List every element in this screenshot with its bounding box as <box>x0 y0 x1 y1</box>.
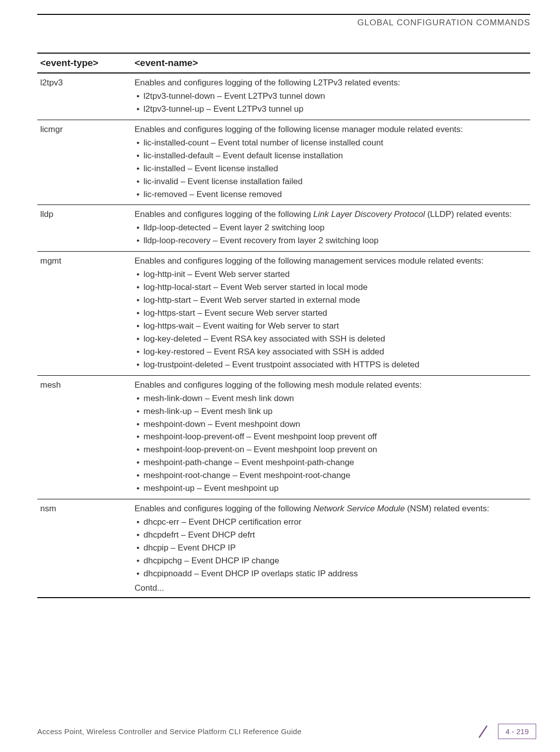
table-row: licmgrEnables and configures logging of … <box>37 120 530 205</box>
list-item: log-http-init – Event Web server started <box>137 269 527 280</box>
event-intro: Enables and configures logging of the fo… <box>135 77 527 89</box>
event-intro: Enables and configures logging of the fo… <box>135 256 527 267</box>
event-name-cell: Enables and configures logging of the fo… <box>132 375 530 499</box>
list-item: mesh-link-up – Event mesh link up <box>137 406 527 417</box>
list-item: meshpoint-root-change – Event meshpoint-… <box>137 470 527 481</box>
event-type-cell: mesh <box>37 375 132 499</box>
page-footer: Access Point, Wireless Controller and Se… <box>0 724 560 739</box>
list-item: log-http-local-start – Event Web server … <box>137 282 527 293</box>
event-list: dhcpc-err – Event DHCP certification err… <box>135 517 527 580</box>
contd-text: Contd... <box>135 583 527 594</box>
list-item: lldp-loop-recovery – Event recovery from… <box>137 235 527 247</box>
col-header-event-name: <event-name> <box>132 53 530 73</box>
list-item: lic-removed – Event license removed <box>137 189 527 201</box>
list-item: meshpoint-down – Event meshpoint down <box>137 419 527 430</box>
list-item: log-http-start – Event Web server starte… <box>137 295 527 306</box>
event-table: <event-type> <event-name> l2tpv3Enables … <box>37 53 530 598</box>
event-list: lldp-loop-detected – Event layer 2 switc… <box>135 222 527 247</box>
list-item: lic-invalid – Event license installation… <box>137 176 527 188</box>
list-item: lic-installed – Event license installed <box>137 163 527 175</box>
list-item: meshpoint-path-change – Event meshpoint-… <box>137 457 527 469</box>
event-name-cell: Enables and configures logging of the fo… <box>132 252 530 375</box>
list-item: meshpoint-loop-prevent-off – Event meshp… <box>137 431 527 443</box>
list-item: meshpoint-loop-prevent-on – Event meshpo… <box>137 444 527 456</box>
event-type-cell: l2tpv3 <box>37 73 132 120</box>
list-item: dhcpc-err – Event DHCP certification err… <box>137 517 527 528</box>
list-item: l2tpv3-tunnel-up – Event L2TPv3 tunnel u… <box>137 104 527 115</box>
section-header: GLOBAL CONFIGURATION COMMANDS <box>37 14 530 28</box>
list-item: log-key-restored – Event RSA key associa… <box>137 346 527 358</box>
list-item: dhcpipchg – Event DHCP IP change <box>137 555 527 567</box>
event-name-cell: Enables and configures logging of the fo… <box>132 120 530 205</box>
event-type-cell: lldp <box>37 205 132 252</box>
list-item: log-https-wait – Event waiting for Web s… <box>137 321 527 332</box>
event-type-cell: nsm <box>37 499 132 598</box>
event-list: log-http-init – Event Web server started… <box>135 269 527 371</box>
list-item: lic-installed-default – Event default li… <box>137 150 527 162</box>
slash-icon <box>476 725 490 739</box>
list-item: dhcpdefrt – Event DHCP defrt <box>137 530 527 541</box>
list-item: lldp-loop-detected – Event layer 2 switc… <box>137 222 527 234</box>
list-item: mesh-link-down – Event mesh link down <box>137 393 527 405</box>
footer-text: Access Point, Wireless Controller and Se… <box>37 727 301 736</box>
event-type-cell: licmgr <box>37 120 132 205</box>
event-intro: Enables and configures logging of the fo… <box>135 380 527 391</box>
table-row: meshEnables and configures logging of th… <box>37 375 530 499</box>
table-row: mgmtEnables and configures logging of th… <box>37 252 530 375</box>
table-row: l2tpv3Enables and configures logging of … <box>37 73 530 120</box>
event-intro: Enables and configures logging of the fo… <box>135 124 527 136</box>
list-item: log-key-deleted – Event RSA key associat… <box>137 334 527 345</box>
list-item: l2tpv3-tunnel-down – Event L2TPv3 tunnel… <box>137 91 527 102</box>
list-item: meshpoint-up – Event meshpoint up <box>137 483 527 494</box>
event-name-cell: Enables and configures logging of the fo… <box>132 73 530 120</box>
event-name-cell: Enables and configures logging of the fo… <box>132 499 530 598</box>
event-name-cell: Enables and configures logging of the fo… <box>132 205 530 252</box>
col-header-event-type: <event-type> <box>37 53 132 73</box>
list-item: lic-installed-count – Event total number… <box>137 137 527 149</box>
event-list: mesh-link-down – Event mesh link downmes… <box>135 393 527 495</box>
list-item: log-trustpoint-deleted – Event trustpoin… <box>137 359 527 371</box>
table-row: lldpEnables and configures logging of th… <box>37 205 530 252</box>
list-item: dhcpip – Event DHCP IP <box>137 543 527 554</box>
svg-line-0 <box>479 726 487 738</box>
event-intro: Enables and configures logging of the fo… <box>135 209 527 220</box>
page-number: 4 - 219 <box>498 724 536 739</box>
list-item: dhcpipnoadd – Event DHCP IP overlaps sta… <box>137 568 527 580</box>
event-intro: Enables and configures logging of the fo… <box>135 503 527 515</box>
event-type-cell: mgmt <box>37 252 132 375</box>
table-row: nsmEnables and configures logging of the… <box>37 499 530 598</box>
list-item: log-https-start – Event secure Web serve… <box>137 308 527 319</box>
event-list: l2tpv3-tunnel-down – Event L2TPv3 tunnel… <box>135 91 527 115</box>
event-list: lic-installed-count – Event total number… <box>135 137 527 201</box>
